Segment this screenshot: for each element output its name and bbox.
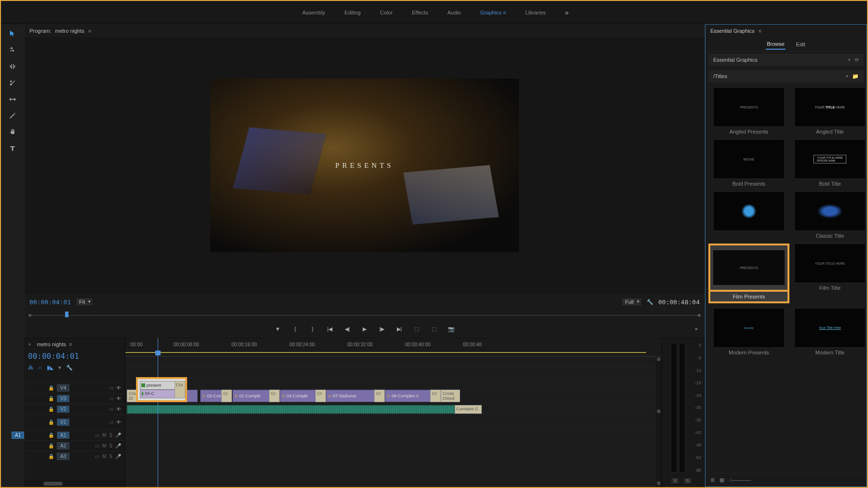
insert-toggle[interactable]: ▾: [58, 365, 61, 371]
timeline-zoom-scroll[interactable]: [24, 480, 125, 487]
track-v1[interactable]: Cross Difxfx02-CompleCrfx01-CompleCrfx03…: [125, 388, 662, 404]
ws-tab-libraries[interactable]: Libraries: [522, 8, 548, 17]
ws-tab-graphics[interactable]: Graphics ≡: [477, 8, 509, 17]
timeline-close-icon[interactable]: ×: [28, 341, 31, 347]
mic-icon[interactable]: 🎤: [115, 443, 121, 448]
lock-icon[interactable]: 🔒: [48, 433, 54, 438]
track-a3[interactable]: [125, 425, 662, 435]
lock-icon[interactable]: 🔒: [48, 396, 54, 401]
track-header-v2[interactable]: 🔒V2▭👁: [24, 404, 125, 414]
eg-tab-browse[interactable]: Browse: [766, 39, 786, 50]
audio-transition[interactable]: Constant G: [455, 405, 482, 414]
pen-tool[interactable]: [8, 111, 17, 121]
lift-button[interactable]: ⬚: [412, 326, 421, 332]
lock-icon[interactable]: 🔒: [48, 420, 54, 425]
timeline-panel-menu[interactable]: ≡: [69, 341, 72, 347]
step-forward-button[interactable]: |▶: [378, 326, 386, 332]
eg-template-[interactable]: [708, 191, 789, 239]
track-header-v3[interactable]: 🔒V3▭👁: [24, 393, 125, 404]
step-back-button[interactable]: ◀|: [343, 326, 352, 332]
extract-button[interactable]: ⬚: [430, 326, 438, 332]
video-transition[interactable]: Cr: [315, 390, 326, 402]
track-select-tool[interactable]: [8, 45, 17, 55]
razor-tool[interactable]: [8, 78, 17, 88]
lock-icon[interactable]: 🔒: [48, 407, 54, 412]
video-transition[interactable]: Cr: [374, 390, 385, 402]
linked-selection-toggle[interactable]: ∩: [38, 365, 42, 371]
eg-folder-dropdown[interactable]: /Titles▾📁: [708, 70, 864, 82]
mic-icon[interactable]: 🎤: [115, 454, 121, 459]
ws-tab-audio[interactable]: Audio: [445, 8, 464, 17]
go-to-in-button[interactable]: |◀: [326, 326, 334, 332]
eye-icon[interactable]: 👁: [116, 396, 121, 401]
track-output-toggle[interactable]: ▭: [109, 407, 113, 412]
track-v2[interactable]: present ▮ 04-C Cro: [125, 378, 662, 388]
track-output-toggle[interactable]: ▭: [95, 443, 99, 448]
ws-tab-effects[interactable]: Effects: [409, 8, 431, 17]
eg-template-classic-title[interactable]: Classic Title: [794, 191, 866, 239]
eye-icon[interactable]: 👁: [116, 385, 121, 391]
track-v3[interactable]: [125, 367, 662, 378]
ws-overflow-button[interactable]: »: [565, 9, 569, 16]
eye-icon[interactable]: 👁: [116, 420, 121, 425]
refresh-icon[interactable]: ⟳: [854, 57, 859, 63]
program-timecode-current[interactable]: 00:00:04:01: [29, 298, 71, 306]
timeline-settings-wrench[interactable]: 🔧: [66, 365, 73, 371]
view-grid-icon[interactable]: ▦: [719, 477, 724, 483]
selection-tool[interactable]: [8, 29, 17, 39]
eg-template-modern-title[interactable]: Your Title HereModern Title: [794, 308, 866, 355]
add-marker-button[interactable]: ▼: [273, 326, 282, 332]
solo-right[interactable]: S: [683, 477, 692, 484]
mic-icon[interactable]: 🎤: [115, 433, 121, 438]
eg-panel-menu[interactable]: ≡: [759, 28, 761, 34]
source-patch-a1[interactable]: A1: [12, 432, 24, 439]
timeline-playhead[interactable]: [158, 338, 158, 487]
settings-wrench-icon[interactable]: 🔧: [647, 299, 653, 305]
track-output-toggle[interactable]: ▭: [109, 396, 113, 401]
eg-template-bold-presents[interactable]: MOVIEBold Presents: [708, 139, 789, 187]
timeline-timecode[interactable]: 00:00:04:01: [24, 351, 125, 364]
play-button[interactable]: ▶: [360, 326, 369, 332]
slip-tool[interactable]: [8, 95, 17, 104]
hand-tool[interactable]: [8, 127, 17, 137]
marker-toggle[interactable]: ▮◣: [47, 365, 54, 371]
video-transition[interactable]: Cr: [221, 390, 232, 402]
ws-tab-assembly[interactable]: Assembly: [299, 8, 328, 17]
track-a1[interactable]: Constant G: [125, 404, 662, 414]
folder-icon[interactable]: 📁: [852, 73, 859, 80]
track-header-a3[interactable]: 🔒A3▭MS🎤: [24, 451, 125, 461]
view-list-icon[interactable]: ≣: [710, 477, 715, 483]
timeline-tracks-area[interactable]: :00:00 00:00:08:00 00:00:16:00 00:00:24:…: [125, 338, 662, 487]
track-a2[interactable]: [125, 414, 662, 425]
go-to-out-button[interactable]: ▶|: [395, 326, 404, 332]
eye-icon[interactable]: 👁: [116, 407, 121, 412]
video-transition[interactable]: Cr: [269, 390, 280, 402]
track-output-toggle[interactable]: ▭: [109, 385, 113, 391]
track-header-v4[interactable]: 🔒V4▭👁: [24, 382, 125, 393]
playback-resolution-select[interactable]: Full: [622, 298, 642, 306]
track-v4[interactable]: [125, 356, 662, 367]
eg-template-bold-title[interactable]: YOUR TITLE HEREEPISODE NAMEBold Title: [794, 139, 866, 187]
zoom-slider-icon[interactable]: ○─────: [729, 477, 751, 483]
mark-out-button[interactable]: }: [308, 326, 317, 332]
track-header-v1[interactable]: 🔒V1▭👁: [24, 414, 125, 430]
timeline-v-scroll[interactable]: [656, 356, 662, 487]
eg-template-modern-presents[interactable]: [music]Modern Presents: [708, 308, 789, 355]
track-header-a1[interactable]: A1🔒A1▭MS🎤: [24, 430, 125, 440]
video-transition[interactable]: Cross Dissol: [441, 390, 460, 402]
ws-tab-editing[interactable]: Editing: [341, 8, 364, 17]
mark-in-button[interactable]: {: [291, 326, 299, 332]
zoom-fit-select[interactable]: Fit: [76, 298, 93, 306]
panel-menu-icon[interactable]: ≡: [88, 28, 91, 34]
ripple-edit-tool[interactable]: [8, 62, 17, 71]
eg-template-film-presents[interactable]: PRESENTSFilm Presents: [708, 244, 789, 303]
video-transition[interactable]: Cr: [430, 390, 441, 402]
lock-icon[interactable]: 🔒: [48, 454, 54, 459]
lock-icon[interactable]: 🔒: [48, 385, 54, 391]
export-frame-button[interactable]: 📷: [447, 326, 456, 332]
track-output-toggle[interactable]: ▭: [95, 433, 99, 438]
lock-icon[interactable]: 🔒: [48, 443, 54, 448]
eg-template-angled-title[interactable]: YOUR TITLE HEREAngled Title: [794, 87, 866, 135]
snap-toggle[interactable]: ⁂: [28, 365, 33, 371]
button-editor-plus[interactable]: +: [695, 326, 698, 332]
